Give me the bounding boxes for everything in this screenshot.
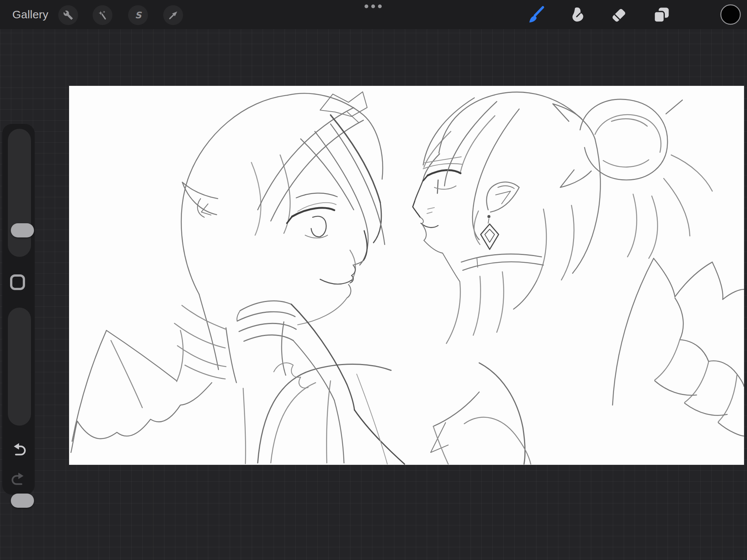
wrench-icon: [63, 10, 73, 20]
color-swatch-button[interactable]: [720, 4, 741, 25]
more-options-handle[interactable]: [365, 4, 382, 8]
procreate-workspace: Gallery S: [0, 0, 747, 560]
gallery-button[interactable]: Gallery: [12, 0, 48, 29]
undo-button[interactable]: [10, 439, 28, 457]
svg-text:S: S: [135, 10, 142, 21]
undo-icon: [10, 439, 27, 457]
artwork-sketch: [69, 86, 744, 465]
modify-button[interactable]: [10, 274, 25, 290]
transform-button[interactable]: [163, 5, 183, 25]
redo-icon: [10, 469, 27, 486]
redo-button[interactable]: [10, 469, 28, 486]
erase-tool-button[interactable]: [610, 6, 627, 24]
color-swatch: [720, 4, 741, 25]
top-toolbar: Gallery S: [0, 0, 747, 29]
eraser-icon: [610, 6, 627, 24]
adjustments-button[interactable]: [93, 5, 112, 25]
actions-button[interactable]: [58, 5, 78, 25]
selection-s-icon: S: [133, 10, 143, 21]
brush-sidebar: [2, 124, 35, 495]
brush-size-slider[interactable]: [8, 129, 31, 257]
layers-icon: [653, 6, 670, 24]
paint-tool-button[interactable]: [526, 6, 545, 24]
opacity-slider[interactable]: [8, 308, 31, 426]
brush-icon: [526, 6, 545, 24]
brush-size-handle[interactable]: [11, 223, 34, 237]
smudge-icon: [568, 6, 586, 24]
opacity-handle[interactable]: [11, 494, 34, 508]
smudge-tool-button[interactable]: [568, 6, 586, 24]
layers-button[interactable]: [653, 6, 670, 24]
selection-button[interactable]: S: [128, 5, 148, 25]
drawing-canvas[interactable]: [69, 86, 744, 465]
magic-wand-icon: [97, 10, 108, 20]
transform-arrow-icon: [168, 10, 178, 20]
